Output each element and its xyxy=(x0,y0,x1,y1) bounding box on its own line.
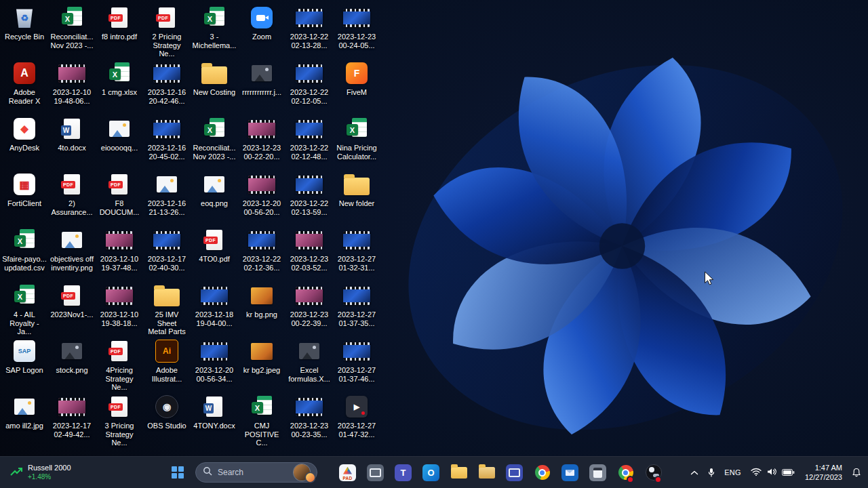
mail-taskbar-icon[interactable] xyxy=(556,457,584,488)
desktop-icon-2023-12-23-00-22-20[interactable]: 2023-12-23 00-22-20... xyxy=(239,116,284,161)
chrome-profile-taskbar-icon[interactable] xyxy=(612,457,639,488)
desktop-icon-2023-12-27-01-47-32[interactable]: ▶2023-12-27 01-47-32... xyxy=(334,394,379,439)
desktop-icon-2023-12-16-20-45-02[interactable]: 2023-12-16 20-45-02... xyxy=(144,116,189,161)
desktop-icon-f8-intro-pdf[interactable]: PDFf8 intro.pdf xyxy=(97,5,142,41)
desktop-icon-adobe-reader-x[interactable]: AAdobe Reader X xyxy=(2,60,47,105)
desktop-icon-2023-12-17-02-49-42[interactable]: 2023-12-17 02-49-42... xyxy=(50,394,94,439)
desktop-icon-2-assurance[interactable]: PDF2) Assurance... xyxy=(50,171,94,216)
search-input[interactable] xyxy=(216,467,290,478)
desktop-icon-2023-12-20-00-56-34[interactable]: 2023-12-20 00-56-34... xyxy=(192,338,237,383)
desktop-icon-label: F8 DOUCUM... xyxy=(100,199,140,216)
image-dark-icon xyxy=(299,338,319,364)
desktop-icon-anydesk[interactable]: ◆AnyDesk xyxy=(2,116,47,152)
desktop-icon-4to0-pdf[interactable]: PDF4TO0.pdf xyxy=(192,227,237,264)
desktop-icon-2023-12-23-00-23-35[interactable]: 2023-12-23 00-23-35... xyxy=(287,394,332,439)
desktop-icon-2023-12-23-02-03-52[interactable]: 2023-12-23 02-03-52... xyxy=(287,227,332,272)
notification-bell-icon[interactable] xyxy=(848,460,865,485)
desktop-icon-2023-12-22-02-13-28[interactable]: 2023-12-22 02-13-28... xyxy=(287,5,332,49)
desktop-icon-adobe-illustrat[interactable]: AiAdobe Illustrat... xyxy=(144,338,189,383)
desktop-icon-label: 3 Pricing Strategy Ne... xyxy=(97,422,142,447)
outlook-taskbar-icon[interactable]: O xyxy=(417,457,445,488)
documents-folder-taskbar-icon[interactable] xyxy=(473,457,500,488)
desktop-icon-recycle-bin[interactable]: ♻Recycle Bin xyxy=(2,5,47,41)
desktop-icon-f8-doucum[interactable]: PDFF8 DOUCUM... xyxy=(97,171,142,216)
zoom-icon xyxy=(251,5,273,30)
microphone-icon[interactable] xyxy=(703,460,719,485)
desktop-icon-1-cmg-xlsx[interactable]: X1 cmg.xlsx xyxy=(97,60,142,97)
start-button[interactable] xyxy=(167,463,189,482)
desktop-icon-2023-12-23-00-22-39[interactable]: 2023-12-23 00-22-39... xyxy=(287,283,332,327)
desktop-icon-2023-12-27-01-32-31[interactable]: 2023-12-27 01-32-31... xyxy=(334,227,379,272)
desktop-icon-3-pricing-strategy-ne[interactable]: PDF3 Pricing Strategy Ne... xyxy=(97,394,142,447)
desktop-icon-fivem[interactable]: FFiveM xyxy=(334,60,379,97)
desktop-icon-label: 2023-12-10 19-37-48... xyxy=(100,255,138,272)
display-connect-taskbar-icon[interactable] xyxy=(500,457,528,488)
desktop-icon-obs-studio[interactable]: ◉OBS Studio xyxy=(144,394,189,430)
desktop-icon-objectives-off-inventiry-png[interactable]: objectives off inventiry.png xyxy=(50,227,94,272)
desktop-icon-eoq-png[interactable]: eoq.png xyxy=(192,171,237,208)
desktop-icon-kr-bg2-jpeg[interactable]: kr bg2.jpeg xyxy=(239,338,284,375)
desktop-icon-25-imv-sheet-metal-parts[interactable]: 25 IMV Sheet Metal Parts xyxy=(144,283,189,336)
desktop-icon-reconciliat-nov-2023[interactable]: XReconciliat... Nov 2023 -... xyxy=(192,116,237,161)
clock[interactable]: 1:47 AM 12/27/2023 xyxy=(800,463,847,483)
desktop-icon-2023-12-17-02-40-30[interactable]: 2023-12-17 02-40-30... xyxy=(144,227,189,272)
desktop-icon-kr-bg-png[interactable]: kr bg.png xyxy=(239,283,284,319)
desktop-icon-excel-formulas-x[interactable]: Excel formulas.X... xyxy=(287,338,332,383)
desktop-icon-2023-12-27-01-37-35[interactable]: 2023-12-27 01-37-35... xyxy=(334,283,379,327)
file-explorer-taskbar-icon[interactable] xyxy=(445,457,473,488)
remote-screen-taskbar-icon[interactable] xyxy=(361,457,389,488)
desktop-icon-reconciliat-nov-2023[interactable]: XReconciliat... Nov 2023 -... xyxy=(50,5,94,49)
desktop-icon-label: 2023-12-23 00-24-05... xyxy=(338,33,376,49)
desktop-icon-eiooooqq[interactable]: eiooooqq... xyxy=(97,116,142,152)
desktop-icon-2023-12-20-00-56-20[interactable]: 2023-12-20 00-56-20... xyxy=(239,171,284,216)
desktop-icon-2023-12-27-01-37-46[interactable]: 2023-12-27 01-37-46... xyxy=(334,338,379,383)
desktop-icon-forticlient[interactable]: ▦FortiClient xyxy=(2,171,47,208)
stocks-widget[interactable]: Russell 2000 +1.48% xyxy=(5,457,75,488)
desktop-icon-zoom[interactable]: Zoom xyxy=(239,5,284,41)
power-automate-taskbar-icon[interactable]: PAD xyxy=(334,457,361,488)
desktop-icon-2-pricing-strategy-ne[interactable]: PDF2 Pricing Strategy Ne... xyxy=(144,5,189,58)
desktop-icon-4tony-docx[interactable]: W4TONY.docx xyxy=(192,394,237,430)
desktop-icon-label: rrrrrrrrrrrr.j... xyxy=(242,88,281,97)
calculator-taskbar-icon[interactable] xyxy=(584,457,612,488)
desktop-icon-4to-docx[interactable]: W4to.docx xyxy=(50,116,94,152)
desktop-icon-2023-12-22-02-13-59[interactable]: 2023-12-22 02-13-59... xyxy=(287,171,332,216)
desktop-icon-2023-12-22-02-12-36[interactable]: 2023-12-22 02-12-36... xyxy=(239,227,284,272)
desktop-icon-label: Zoom xyxy=(252,33,271,41)
obs-studio-taskbar-icon[interactable] xyxy=(639,457,667,488)
desktop-icon-4-ail-royalty-ja[interactable]: X4 - AIL Royalty - Ja... xyxy=(2,283,47,336)
excel-icon: X xyxy=(13,283,36,308)
desktop-icon-cmj-positive-c[interactable]: XCMJ POSITIVE C... xyxy=(239,394,284,447)
desktop-icon-sfaire-payo-updated-csv[interactable]: XSfaire-payo... updated.csv xyxy=(2,227,47,272)
media-icon: ▶ xyxy=(346,394,368,420)
windows-logo-icon xyxy=(172,466,184,479)
desktop-icon-new-costing[interactable]: New Costing xyxy=(192,60,237,97)
desktop-icon-3-michellema[interactable]: X3 - Michellema... xyxy=(192,5,237,49)
desktop-icon-2023-12-22-02-12-05[interactable]: 2023-12-22 02-12-05... xyxy=(287,60,332,105)
desktop-icon-2023-12-16-21-13-26[interactable]: 2023-12-16 21-13-26... xyxy=(144,171,189,216)
desktop-icon-nina-pricing-calculator[interactable]: XNina Pricing Calculator... xyxy=(334,116,379,161)
desktop-icon-label: 2 Pricing Strategy Ne... xyxy=(144,33,189,58)
desktop-icon-stock-png[interactable]: stock.png xyxy=(50,338,94,375)
language-indicator[interactable]: ENG xyxy=(720,460,745,485)
desktop-icon-2023-12-10-19-37-48[interactable]: 2023-12-10 19-37-48... xyxy=(97,227,142,272)
desktop-icon-2023-12-18-19-04-00[interactable]: 2023-12-18 19-04-00... xyxy=(192,283,237,327)
desktop-icon-rrrrrrrrrrrr-j[interactable]: rrrrrrrrrrrr.j... xyxy=(239,60,284,97)
desktop-icon-new-folder[interactable]: New folder xyxy=(334,171,379,208)
desktop-icon-2023-12-22-02-12-48[interactable]: 2023-12-22 02-12-48... xyxy=(287,116,332,161)
search-box[interactable] xyxy=(195,462,317,483)
desktop-icon-2023-12-16-20-42-46[interactable]: 2023-12-16 20-42-46... xyxy=(144,60,189,105)
desktop-icon-sap-logon[interactable]: SAPSAP Logon xyxy=(2,338,47,375)
desktop-icon-2023-12-23-00-24-05[interactable]: 2023-12-23 00-24-05... xyxy=(334,5,379,49)
desktop-icon-2023nov1[interactable]: PDF2023Nov1-... xyxy=(50,283,94,319)
tray-chevron-up-icon[interactable] xyxy=(686,460,703,485)
desktop-icon-2023-12-10-19-48-06[interactable]: 2023-12-10 19-48-06... xyxy=(50,60,94,105)
desktop-icon-amo-ill2-jpg[interactable]: amo ill2.jpg xyxy=(2,394,47,430)
desktop-icon-2023-12-10-19-38-18[interactable]: 2023-12-10 19-38-18... xyxy=(97,283,142,327)
chrome-taskbar-icon[interactable] xyxy=(528,457,556,488)
search-highlight-badge-icon xyxy=(306,473,315,482)
desktop-icon-4pricing-strategy-ne[interactable]: PDF4Pricing Strategy Ne... xyxy=(97,338,142,392)
pdf-icon: PDF xyxy=(64,283,80,308)
teams-taskbar-icon[interactable]: T xyxy=(389,457,417,488)
quick-settings[interactable] xyxy=(746,460,800,485)
